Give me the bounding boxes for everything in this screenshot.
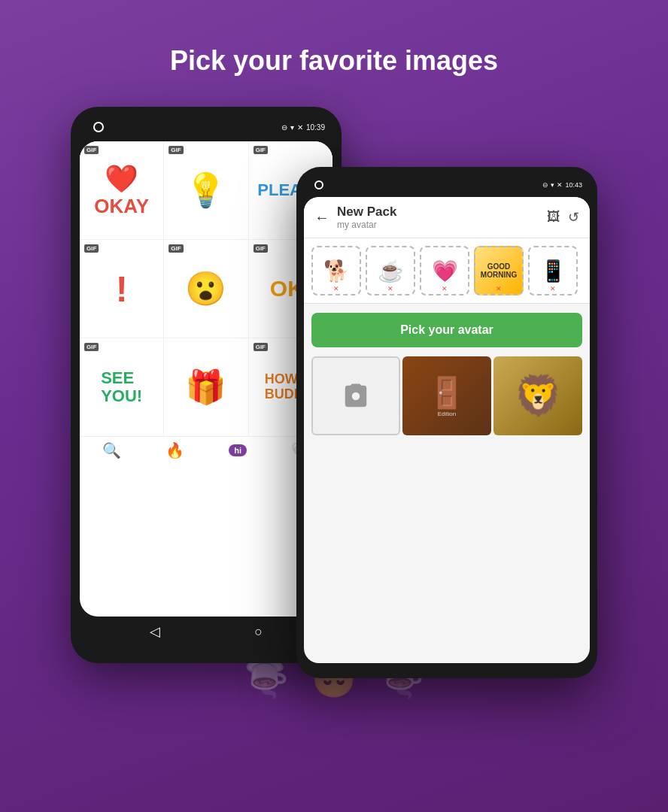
hi-badge[interactable]: hi bbox=[229, 444, 247, 456]
edition-label: Edition bbox=[428, 411, 466, 417]
pack-subtitle: my avatar bbox=[337, 220, 539, 230]
lightbulb-emoji: 💡 bbox=[185, 171, 226, 210]
sticker-cell-5[interactable]: GIF 😮 bbox=[164, 240, 247, 338]
strip-sticker-4: GOODMORNING bbox=[481, 262, 517, 279]
back-button[interactable]: ← bbox=[314, 209, 329, 226]
battery-icon: ⊖ bbox=[281, 123, 287, 132]
strip-sticker-2: ☕ bbox=[378, 259, 404, 283]
camera-cell[interactable] bbox=[311, 356, 400, 435]
signal-icon: ✕ bbox=[297, 123, 303, 132]
gif-badge-4: GIF bbox=[84, 244, 99, 253]
status-bar-back: ⊖ ▾ ✕ 10:39 bbox=[80, 116, 332, 138]
time-back: 10:39 bbox=[306, 123, 325, 132]
strip-item-4[interactable]: GOODMORNING ✕ bbox=[474, 246, 524, 295]
bottom-bar-back: ◁ ○ bbox=[80, 617, 332, 647]
lion-image-cell[interactable]: 🦁 bbox=[493, 356, 582, 435]
strip-sticker-1: 🐕 bbox=[323, 259, 350, 283]
sticker-strip: 🐕 ✕ ☕ ✕ 💗 ✕ GOODMORNING ✕ 📱 ✕ bbox=[304, 238, 590, 304]
phone-front: ⊖ ▾ ✕ 10:43 ← New Pack my avatar 🖼 ↺ bbox=[296, 167, 597, 678]
door-icon: 🚪 bbox=[428, 375, 466, 411]
gallery-icon[interactable]: 🖼 bbox=[547, 209, 560, 226]
gif-badge-7: GIF bbox=[84, 343, 99, 351]
app-header: ← New Pack my avatar 🖼 ↺ bbox=[304, 197, 590, 238]
screen-front: ← New Pack my avatar 🖼 ↺ 🐕 ✕ ☕ ✕ bbox=[304, 197, 590, 663]
sticker-cell-2[interactable]: GIF 💡 bbox=[164, 141, 247, 239]
strip-item-5[interactable]: 📱 ✕ bbox=[528, 246, 578, 295]
strip-item-2[interactable]: ☕ ✕ bbox=[366, 246, 415, 295]
door-image-cell[interactable]: 🚪 Edition bbox=[402, 356, 491, 435]
devices-container: ⊖ ▾ ✕ 10:39 GIF ❤️ OKAY GIF 💡 bbox=[71, 107, 597, 723]
flame-nav-icon[interactable]: 🔥 bbox=[165, 441, 184, 459]
strip-sticker-5: 📱 bbox=[540, 259, 566, 283]
gif-badge-1: GIF bbox=[84, 146, 99, 154]
page-title: Pick your favorite images bbox=[170, 45, 498, 77]
remove-icon-5: ✕ bbox=[550, 285, 556, 292]
sticker-cell-8[interactable]: 🎁 bbox=[164, 338, 247, 436]
strip-item-3[interactable]: 💗 ✕ bbox=[420, 246, 469, 295]
home-nav-icon[interactable]: ○ bbox=[254, 624, 263, 640]
remove-icon-3: ✕ bbox=[442, 285, 448, 292]
gif-badge-8: GIF bbox=[254, 343, 268, 351]
heart-icon: ❤️ bbox=[94, 163, 149, 195]
okay-text: OKAY bbox=[94, 195, 149, 218]
gif-badge-2: GIF bbox=[169, 146, 183, 154]
screen-back: GIF ❤️ OKAY GIF 💡 GIF PLEASE GIF ! bbox=[80, 141, 332, 617]
battery-front-icon: ⊖ bbox=[542, 181, 548, 189]
gift-emoji: 🎁 bbox=[185, 368, 226, 407]
gif-badge-3: GIF bbox=[254, 146, 268, 154]
sticker-cell-7[interactable]: GIF SEEYOU! bbox=[80, 338, 163, 436]
camera-indicator-front-icon bbox=[314, 180, 323, 189]
remove-icon-2: ✕ bbox=[387, 285, 393, 292]
refresh-icon[interactable]: ↺ bbox=[568, 209, 579, 226]
wifi-icon: ▾ bbox=[290, 123, 294, 132]
strip-item-1[interactable]: 🐕 ✕ bbox=[311, 246, 361, 295]
image-grid: 🚪 Edition 🦁 bbox=[304, 356, 590, 435]
pick-avatar-button[interactable]: Pick your avatar bbox=[311, 313, 582, 347]
reflect-emoji-1: ☕ bbox=[244, 657, 289, 699]
gif-badge-6: GIF bbox=[254, 244, 268, 253]
signal-front-icon: ✕ bbox=[557, 181, 563, 189]
back-nav-icon[interactable]: ◁ bbox=[150, 623, 160, 640]
remove-icon-4: ✕ bbox=[496, 285, 502, 292]
remove-icon-1: ✕ bbox=[333, 285, 339, 292]
lion-icon: 🦁 bbox=[514, 373, 563, 419]
seeyou-text: SEEYOU! bbox=[101, 369, 142, 405]
wifi-front-icon: ▾ bbox=[551, 181, 554, 189]
time-front: 10:43 bbox=[565, 181, 582, 189]
bottom-nav: 🔍 🔥 hi 🤍 bbox=[80, 436, 332, 464]
camera-indicator-icon bbox=[93, 122, 104, 132]
status-bar-front: ⊖ ▾ ✕ 10:43 bbox=[304, 174, 590, 195]
shocked-emoji: 😮 bbox=[185, 269, 226, 308]
camera-icon bbox=[342, 383, 369, 410]
pack-title: New Pack bbox=[337, 205, 539, 220]
sticker-cell-1[interactable]: GIF ❤️ OKAY bbox=[80, 141, 163, 239]
strip-sticker-3: 💗 bbox=[432, 259, 458, 283]
sticker-cell-4[interactable]: GIF ! bbox=[80, 240, 163, 338]
search-nav-icon[interactable]: 🔍 bbox=[102, 441, 121, 459]
exclaim-text: ! bbox=[116, 268, 128, 310]
sticker-grid: GIF ❤️ OKAY GIF 💡 GIF PLEASE GIF ! bbox=[80, 141, 332, 436]
gif-badge-5: GIF bbox=[169, 244, 183, 253]
